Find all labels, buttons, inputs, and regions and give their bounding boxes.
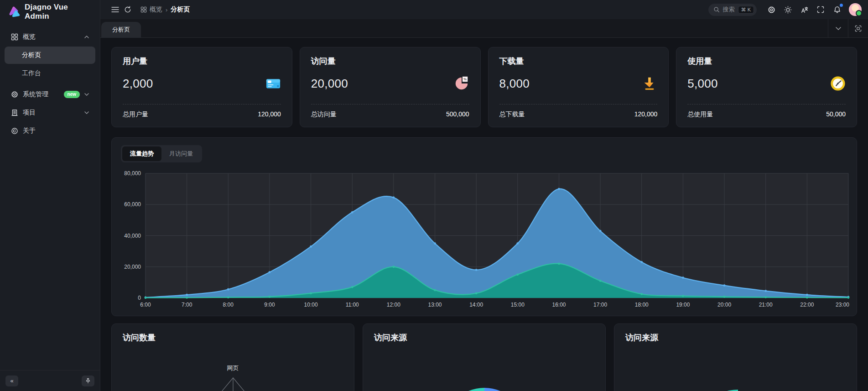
svg-text:11:00: 11:00 — [346, 302, 359, 308]
pie-chart-icon: % — [454, 76, 469, 91]
bell-icon[interactable] — [831, 3, 843, 16]
svg-text:12:00: 12:00 — [387, 302, 400, 308]
bottom-cards-row: 访问数量 网页 访问来源 访问来源 技术支持 — [111, 323, 857, 391]
card-title: 访问来源 — [625, 332, 846, 343]
tab-analysis[interactable]: 分析页 — [101, 22, 141, 37]
tab-options-chevron-icon[interactable] — [828, 19, 848, 37]
svg-text:20,000: 20,000 — [124, 264, 141, 270]
sidebar-item-label: 项目 — [23, 109, 80, 117]
sidebar-footer: « — [0, 370, 100, 391]
svg-text:0: 0 — [138, 295, 141, 301]
svg-text:13:00: 13:00 — [428, 302, 442, 308]
sidebar-item-label: 关于 — [23, 127, 89, 135]
refresh-icon[interactable] — [121, 3, 134, 16]
svg-text:%: % — [463, 77, 467, 81]
pie-chart-callout[interactable] — [614, 369, 857, 391]
sidebar-item-overview[interactable]: 概览 — [5, 28, 95, 46]
avatar[interactable] — [849, 3, 862, 16]
radar-chart[interactable] — [187, 373, 279, 391]
visit-source-callout-card: 访问来源 技术支持 — [614, 323, 857, 391]
hamburger-menu-icon[interactable] — [109, 3, 121, 16]
stat-title: 访问量 — [311, 56, 469, 67]
breadcrumb-root-label: 概览 — [150, 5, 162, 14]
stat-value: 8,000 — [499, 77, 530, 91]
svg-text:22:00: 22:00 — [800, 302, 814, 308]
pie-chart[interactable] — [439, 383, 530, 391]
sidebar-menu: 概览 分析页 工作台 系统管理 new — [0, 24, 100, 370]
svg-text:20:00: 20:00 — [717, 302, 731, 308]
svg-text:8:00: 8:00 — [223, 302, 234, 308]
fullscreen-icon[interactable] — [814, 3, 827, 16]
svg-text:6:00: 6:00 — [140, 302, 151, 308]
chevron-down-icon — [84, 93, 89, 96]
svg-text:80,000: 80,000 — [124, 170, 141, 177]
translate-icon[interactable] — [798, 3, 811, 16]
svg-text:15:00: 15:00 — [511, 302, 525, 308]
timer-icon — [830, 76, 846, 91]
svg-text:40,000: 40,000 — [124, 233, 141, 239]
svg-text:14:00: 14:00 — [469, 302, 483, 308]
sidebar-item-label: 分析页 — [22, 51, 89, 59]
stat-card-downloads: 下载量 8,000 总下载量 120,000 — [488, 47, 669, 127]
theme-sun-icon[interactable] — [781, 3, 794, 16]
top-bar: 概览 › 分析页 搜索 ⌘ K — [100, 0, 868, 19]
trend-tabs: 流量趋势 月访问量 — [121, 145, 202, 162]
svg-text:7:00: 7:00 — [182, 302, 192, 308]
sidebar-item-about[interactable]: 关于 — [5, 122, 95, 140]
copyright-icon — [11, 127, 18, 135]
sidebar-item-workbench[interactable]: 工作台 — [5, 65, 95, 82]
stat-title: 使用量 — [687, 56, 846, 67]
sidebar-item-analysis[interactable]: 分析页 — [5, 47, 95, 64]
pin-icon[interactable] — [82, 375, 94, 386]
search-shortcut: ⌘ K — [738, 6, 754, 14]
card-title: 访问来源 — [374, 332, 594, 343]
stat-title: 用户量 — [123, 56, 281, 67]
tab-monthly-visits[interactable]: 月访问量 — [161, 146, 201, 161]
visit-count-card: 访问数量 网页 — [111, 323, 354, 391]
sidebar-item-label: 工作台 — [22, 69, 89, 78]
svg-text:9:00: 9:00 — [264, 302, 275, 308]
maximize-view-icon[interactable] — [848, 19, 868, 37]
id-card-icon — [265, 76, 281, 91]
breadcrumb-current: 分析页 — [171, 5, 190, 14]
collapse-sidebar-button[interactable]: « — [5, 375, 18, 386]
svg-text:60,000: 60,000 — [124, 201, 141, 208]
notification-dot — [840, 4, 843, 7]
visit-source-pie-card: 访问来源 — [363, 323, 606, 391]
stat-card-visits: 访问量 20,000 % 总访问量 500,000 — [300, 47, 481, 127]
stat-footer-label: 总使用量 — [687, 110, 713, 119]
sidebar-item-project[interactable]: 项目 — [5, 104, 95, 121]
search-input[interactable]: 搜索 ⌘ K — [708, 4, 757, 16]
svg-text:19:00: 19:00 — [676, 302, 690, 308]
radar-axis-label: 网页 — [227, 364, 239, 372]
stat-footer-value: 50,000 — [826, 110, 846, 119]
sidebar: Djagno Vue Admin 概览 分析页 工作台 — [0, 0, 100, 391]
stat-value: 5,000 — [687, 77, 718, 91]
page-tabbar: 分析页 — [100, 19, 868, 38]
stat-card-users: 用户量 2,000 总用户量 120,000 — [111, 47, 292, 127]
search-placeholder: 搜索 — [723, 5, 735, 14]
svg-text:18:00: 18:00 — [635, 302, 649, 308]
main-content: 用户量 2,000 总用户量 120,000 — [100, 38, 868, 391]
stat-card-usage: 使用量 5,000 总使用量 50,000 — [676, 47, 857, 127]
stat-footer-label: 总访问量 — [311, 110, 337, 119]
search-icon — [713, 6, 720, 13]
breadcrumb-separator: › — [166, 6, 167, 13]
tab-traffic-trend[interactable]: 流量趋势 — [122, 146, 161, 161]
app-title: Djagno Vue Admin — [25, 3, 93, 21]
breadcrumb-root[interactable]: 概览 — [140, 5, 162, 14]
app-logo-icon — [7, 5, 20, 18]
traffic-trend-chart[interactable]: 020,00040,00060,00080,0006:007:008:009:0… — [121, 164, 848, 309]
building-icon — [11, 109, 18, 116]
grid-icon — [11, 33, 18, 41]
stat-title: 下载量 — [499, 56, 658, 67]
gear-icon — [11, 91, 18, 98]
sidebar-item-system[interactable]: 系统管理 new — [5, 86, 95, 103]
download-icon — [642, 76, 657, 91]
stat-cards-row: 用户量 2,000 总用户量 120,000 — [111, 47, 857, 127]
stat-footer-value: 120,000 — [258, 110, 281, 119]
gear-icon[interactable] — [765, 3, 778, 16]
traffic-trend-card: 流量趋势 月访问量 020,00040,00060,00080,0006:007… — [111, 137, 857, 316]
stat-footer-label: 总用户量 — [123, 110, 148, 119]
svg-text:23:00: 23:00 — [836, 302, 849, 308]
